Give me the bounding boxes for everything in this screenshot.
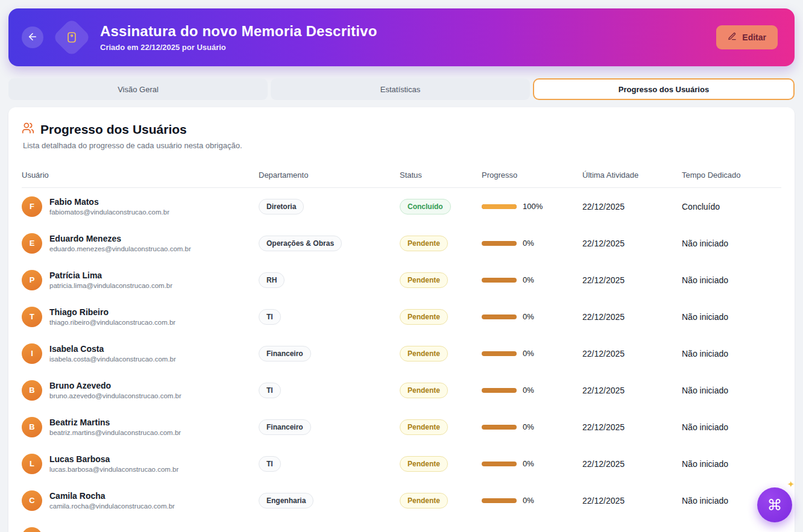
user-cell: TThiago Ribeirothiago.ribeiro@vindulacon…: [22, 307, 259, 327]
tab-0[interactable]: Visão Geral: [8, 78, 268, 100]
user-cell: BBruno Azevedobruno.azevedo@vindulaconst…: [22, 380, 259, 401]
user-info: Lucas Barbosalucas.barbosa@vindulaconstr…: [49, 454, 178, 473]
progress-percent: 0%: [523, 275, 534, 284]
user-avatar: [22, 527, 42, 532]
progress-percent: 0%: [523, 239, 534, 248]
status-badge: Pendente: [400, 309, 448, 325]
progress-cell: 100%: [482, 202, 582, 211]
table-row: LLucas Barbosalucas.barbosa@vindulaconst…: [22, 445, 781, 482]
progress-bar: [482, 241, 517, 246]
progress-wrap: 0%: [482, 496, 582, 505]
progress-bar: [482, 388, 517, 393]
user-email: beatriz.martins@vindulaconstrucao.com.br: [49, 429, 181, 436]
progress-wrap: 100%: [482, 202, 582, 211]
time-dedicated: Concluído: [682, 202, 781, 211]
progress-cell: 0%: [482, 349, 582, 358]
progress-cell: 0%: [482, 386, 582, 395]
user-cell: [22, 527, 259, 532]
document-signature-icon: [52, 17, 91, 57]
progress-wrap: 0%: [482, 422, 582, 431]
arrow-left-icon: [27, 31, 38, 44]
user-avatar: L: [22, 454, 42, 474]
last-activity: 22/12/2025: [582, 275, 682, 285]
user-info: Thiago Ribeirothiago.ribeiro@vindulacons…: [49, 307, 175, 326]
pencil-icon: [728, 32, 737, 43]
progress-bar: [482, 204, 517, 209]
user-name: Camila Rocha: [49, 491, 175, 501]
status-cell: Concluído: [400, 199, 482, 214]
edit-button-label: Editar: [742, 33, 766, 42]
progress-percent: 0%: [523, 459, 534, 468]
column-header-progresso: Progresso: [482, 171, 582, 180]
user-email: fabiomatos@vindulaconstrucao.com.br: [49, 208, 169, 216]
status-cell: Pendente: [400, 309, 482, 325]
user-name: Lucas Barbosa: [49, 454, 178, 464]
users-progress-table: Usuário Departamento Status Progresso Úl…: [22, 166, 781, 532]
progress-bar: [482, 315, 517, 319]
table-body: FFabio Matosfabiomatos@vindulaconstrucao…: [22, 188, 781, 532]
status-cell: Pendente: [400, 456, 482, 472]
user-info: Beatriz Martinsbeatriz.martins@vindulaco…: [49, 418, 181, 436]
time-dedicated: Não iniciado: [682, 422, 781, 432]
user-cell: LLucas Barbosalucas.barbosa@vindulaconst…: [22, 454, 259, 474]
progress-percent: 0%: [523, 386, 534, 395]
status-badge: Concluído: [400, 199, 451, 214]
department-badge: Engenharia: [259, 493, 313, 509]
status-badge: Pendente: [400, 493, 448, 509]
time-dedicated: Não iniciado: [682, 349, 781, 358]
table-row: BBruno Azevedobruno.azevedo@vindulaconst…: [22, 372, 781, 408]
user-avatar: T: [22, 307, 42, 327]
command-fab-button[interactable]: ⌘: [757, 487, 792, 522]
user-email: bruno.azevedo@vindulaconstrucao.com.br: [49, 392, 181, 399]
department-cell: TI: [259, 309, 400, 325]
status-badge: Pendente: [400, 236, 448, 251]
user-cell: EEduardo Menezeseduardo.menezes@vindulac…: [22, 233, 259, 254]
progress-cell: 0%: [482, 275, 582, 284]
progress-fill: [482, 204, 517, 209]
status-badge: Pendente: [400, 419, 448, 435]
user-cell: BBeatriz Martinsbeatriz.martins@vindulac…: [22, 417, 259, 437]
column-header-ultima-atividade: Última Atividade: [582, 171, 682, 180]
user-info: Patrícia Limapatricia.lima@vindulaconstr…: [49, 271, 172, 289]
user-name: Patrícia Lima: [49, 271, 172, 280]
department-cell: Financeiro: [259, 419, 400, 435]
progress-cell: 0%: [482, 496, 582, 505]
department-cell: Operações & Obras: [259, 236, 400, 251]
table-row: CCamila Rochacamila.rocha@vindulaconstru…: [22, 482, 781, 519]
tab-bar: Visão GeralEstatísticasProgresso dos Usu…: [8, 78, 795, 100]
back-button[interactable]: [22, 27, 43, 48]
time-dedicated: Não iniciado: [682, 275, 781, 285]
user-name: Thiago Ribeiro: [49, 307, 175, 317]
status-badge: Pendente: [400, 272, 448, 288]
header-text: Assinatura do novo Memoria Descritivo Cr…: [100, 23, 708, 52]
section-title: Progresso dos Usuários: [40, 122, 187, 137]
tab-2[interactable]: Progresso dos Usuários: [533, 78, 795, 100]
last-activity: 22/12/2025: [582, 349, 682, 358]
progress-bar: [482, 462, 517, 466]
edit-button[interactable]: Editar: [716, 25, 778, 49]
department-badge: TI: [259, 309, 281, 325]
user-email: eduardo.menezes@vindulaconstrucao.com.br: [49, 245, 191, 252]
user-info: Camila Rochacamila.rocha@vindulaconstruc…: [49, 491, 175, 510]
table-row-partial: [22, 519, 781, 532]
user-avatar: P: [22, 270, 42, 290]
progress-cell: 0%: [482, 459, 582, 468]
time-dedicated: Não iniciado: [682, 386, 781, 395]
progress-percent: 0%: [523, 312, 534, 321]
department-badge: TI: [259, 383, 281, 398]
progress-bar: [482, 278, 517, 283]
progress-bar: [482, 351, 517, 356]
user-avatar: B: [22, 380, 42, 401]
user-name: Isabela Costa: [49, 344, 176, 354]
tab-1[interactable]: Estatísticas: [271, 78, 530, 100]
last-activity: 22/12/2025: [582, 239, 682, 248]
progress-cell: 0%: [482, 312, 582, 321]
user-name: Fabio Matos: [49, 197, 169, 207]
table-row: EEduardo Menezeseduardo.menezes@vindulac…: [22, 225, 781, 261]
progress-wrap: 0%: [482, 459, 582, 468]
last-activity: 22/12/2025: [582, 422, 682, 432]
department-badge: Financeiro: [259, 419, 311, 435]
status-cell: Pendente: [400, 272, 482, 288]
user-avatar: E: [22, 233, 42, 254]
user-avatar: C: [22, 490, 42, 511]
